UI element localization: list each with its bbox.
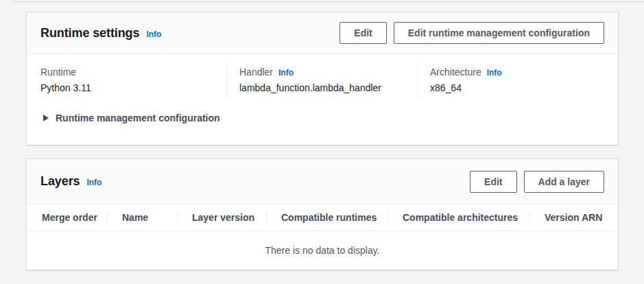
architecture-field-label: Architecture (430, 67, 481, 78)
column-header-compatible-architectures: Compatible architectures (387, 212, 529, 223)
layers-title-group: Layers Info (40, 174, 102, 189)
layers-title: Layers (40, 174, 80, 189)
runtime-settings-fields: Runtime Python 3.11 Handler Info lambda_… (40, 65, 604, 99)
handler-field: Handler Info lambda_function.lambda_hand… (226, 65, 417, 99)
caret-right-icon (43, 115, 49, 121)
runtime-settings-actions: Edit Edit runtime management configurati… (339, 22, 604, 44)
column-header-name: Name (107, 212, 177, 223)
runtime-settings-title: Runtime settings (40, 26, 139, 40)
runtime-field-value: Python 3.11 (40, 82, 226, 93)
architecture-field: Architecture Info x86_64 (417, 65, 604, 99)
runtime-settings-panel: Runtime settings Info Edit Edit runtime … (26, 12, 619, 145)
column-header-merge-order: Merge order (27, 212, 107, 223)
edit-runtime-settings-button[interactable]: Edit (339, 22, 386, 44)
layers-table-header-row: Merge order Name Layer version Compatibl… (27, 204, 618, 231)
section-divider (14, 1, 644, 2)
layers-panel: Layers Info Edit Add a layer Merge order… (26, 158, 619, 270)
layers-actions: Edit Add a layer (470, 171, 604, 193)
handler-info-link[interactable]: Info (278, 68, 294, 78)
column-header-version-arn: Version ARN (529, 212, 618, 223)
architecture-info-link[interactable]: Info (487, 68, 502, 78)
runtime-settings-body: Runtime Python 3.11 Handler Info lambda_… (27, 54, 618, 123)
runtime-field-label: Runtime (40, 67, 76, 78)
runtime-management-configuration-expander[interactable]: Runtime management configuration (40, 113, 604, 123)
column-header-layer-version: Layer version (177, 212, 266, 223)
layers-info-link[interactable]: Info (86, 178, 102, 187)
add-a-layer-button[interactable]: Add a layer (524, 171, 604, 193)
runtime-settings-header: Runtime settings Info Edit Edit runtime … (27, 12, 618, 54)
handler-field-value: lambda_function.lambda_handler (239, 82, 417, 93)
edit-layers-button[interactable]: Edit (470, 171, 516, 193)
architecture-field-value: x86_64 (430, 82, 604, 93)
layers-table-empty-state: There is no data to display. (27, 231, 618, 270)
runtime-field: Runtime Python 3.11 (40, 65, 226, 99)
column-header-compatible-runtimes: Compatible runtimes (266, 212, 387, 223)
runtime-settings-info-link[interactable]: Info (146, 29, 161, 39)
edit-runtime-management-configuration-button[interactable]: Edit runtime management configuration (394, 22, 604, 44)
handler-field-label: Handler (239, 67, 273, 78)
runtime-management-configuration-expander-label: Runtime management configuration (56, 113, 220, 123)
runtime-settings-title-group: Runtime settings Info (40, 26, 161, 40)
layers-header: Layers Info Edit Add a layer (27, 159, 618, 204)
